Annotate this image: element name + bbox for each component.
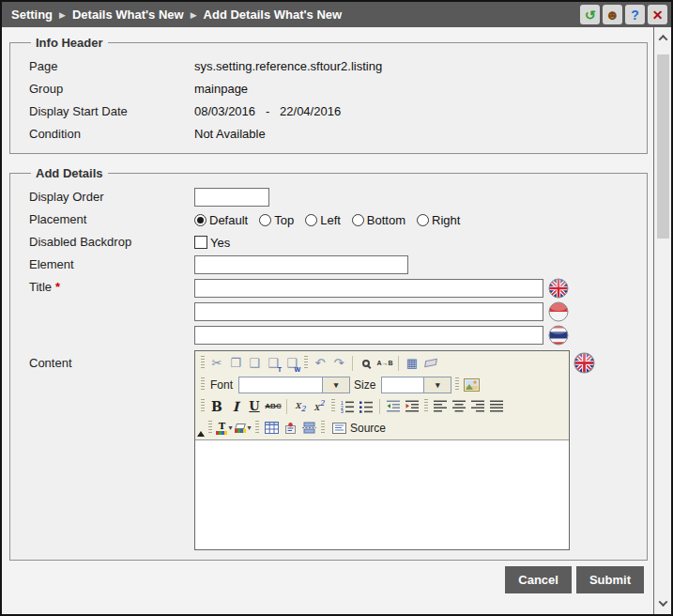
- italic-icon[interactable]: I: [227, 398, 244, 415]
- scroll-down-button[interactable]: [656, 596, 670, 610]
- title-input-thai[interactable]: [194, 326, 543, 345]
- paste-from-word-icon[interactable]: ❑W: [283, 355, 300, 372]
- breadcrumb-setting[interactable]: Setting: [11, 8, 53, 22]
- paste-icon[interactable]: ❑: [246, 355, 263, 372]
- info-header-fieldset: Info Header Page sys.setting.reference.s…: [9, 36, 648, 154]
- remove-format-icon[interactable]: [422, 355, 439, 372]
- align-left-icon[interactable]: [432, 398, 449, 415]
- uk-flag-icon[interactable]: [574, 352, 595, 374]
- vertical-scrollbar[interactable]: [653, 27, 671, 614]
- radio-icon: [352, 214, 364, 226]
- page-label: Page: [23, 57, 194, 76]
- cancel-button[interactable]: Cancel: [505, 566, 572, 593]
- source-label: Source: [350, 422, 386, 435]
- help-icon: ?: [631, 8, 639, 22]
- element-input[interactable]: [194, 255, 408, 274]
- size-dropdown[interactable]: ▾: [381, 377, 451, 393]
- insert-special-icon[interactable]: [282, 420, 298, 437]
- element-label: Element: [23, 255, 194, 274]
- chevron-down-icon[interactable]: ▾: [423, 377, 451, 393]
- background-color-icon[interactable]: ▾: [235, 420, 252, 437]
- info-row-condition: Condition Not Available: [23, 125, 639, 144]
- scrollbar-thumb[interactable]: [657, 54, 669, 239]
- placement-bottom-label: Bottom: [367, 213, 405, 227]
- toolbar-grip-icon: [201, 377, 205, 392]
- title-input-indonesian[interactable]: [194, 302, 543, 321]
- dialog-footer: Cancel Submit: [9, 561, 648, 604]
- placement-radio-right[interactable]: Right: [417, 213, 460, 227]
- underline-icon[interactable]: U: [246, 398, 263, 415]
- display-start-date-value: 08/03/2016 - 22/04/2016: [194, 102, 341, 121]
- disabled-backdrop-checkbox[interactable]: Yes: [194, 236, 230, 250]
- strikethrough-icon[interactable]: ABC: [265, 398, 282, 415]
- toolbar-row-2: Font ▾ Size ▾: [197, 374, 567, 395]
- refresh-button[interactable]: ↺: [580, 5, 600, 24]
- thailand-flag-icon[interactable]: [548, 325, 569, 346]
- insert-table-icon[interactable]: [263, 420, 280, 437]
- placement-radio-top[interactable]: Top: [259, 213, 294, 227]
- placement-default-label: Default: [209, 213, 248, 227]
- find-icon[interactable]: [358, 355, 375, 372]
- align-center-icon[interactable]: [451, 398, 467, 415]
- select-all-icon[interactable]: ▦: [404, 355, 421, 372]
- svg-text:3: 3: [341, 408, 344, 413]
- editor-body[interactable]: [195, 440, 569, 549]
- session-button[interactable]: ☻: [603, 5, 622, 24]
- bulleted-list-icon[interactable]: [358, 398, 375, 415]
- cut-icon[interactable]: ✂: [208, 355, 225, 372]
- superscript-icon[interactable]: x2: [311, 398, 328, 415]
- title-row-indonesian: [194, 301, 569, 322]
- font-dropdown-value: [239, 377, 322, 393]
- text-color-icon[interactable]: T▾: [216, 420, 233, 437]
- align-justify-icon[interactable]: [488, 398, 505, 415]
- decrease-indent-icon[interactable]: [385, 398, 402, 415]
- display-order-label: Display Order: [23, 188, 194, 207]
- breadcrumb-separator-icon: ▶: [191, 9, 197, 20]
- chevron-up-icon: [658, 35, 667, 44]
- insert-image-icon[interactable]: [463, 377, 480, 393]
- scrollbar-track[interactable]: [656, 45, 670, 596]
- indonesia-flag-icon[interactable]: [548, 301, 569, 322]
- display-order-input[interactable]: [194, 188, 269, 207]
- source-button[interactable]: Source: [329, 420, 390, 437]
- copy-icon[interactable]: ❐: [227, 355, 244, 372]
- toolbar-separator: [398, 356, 399, 371]
- breadcrumb-details-whats-new[interactable]: Details What's New: [72, 8, 184, 22]
- toolbar-row-4: T▾ ▾: [197, 417, 567, 439]
- increase-indent-icon[interactable]: [404, 398, 421, 415]
- submit-button[interactable]: Submit: [576, 566, 644, 593]
- uk-flag-icon[interactable]: [548, 278, 569, 299]
- align-right-icon[interactable]: [469, 398, 486, 415]
- title-row-english: [194, 278, 569, 299]
- placement-radio-left[interactable]: Left: [305, 213, 341, 227]
- paste-plain-text-icon[interactable]: ❑T: [265, 355, 282, 372]
- close-button[interactable]: ✕: [648, 5, 667, 24]
- subscript-icon[interactable]: x2: [292, 398, 309, 415]
- info-row-display-start-date: Display Start Date 08/03/2016 - 22/04/20…: [23, 102, 639, 121]
- toolbar-grip-icon: [321, 421, 325, 435]
- redo-icon[interactable]: ↷: [330, 355, 347, 372]
- placement-radio-bottom[interactable]: Bottom: [352, 213, 405, 227]
- toolbar-grip-icon: [331, 399, 335, 413]
- page-break-icon[interactable]: [300, 420, 317, 437]
- chevron-down-icon[interactable]: ▾: [322, 377, 349, 393]
- title-input-english[interactable]: [194, 279, 543, 298]
- toolbar-collapse-icon[interactable]: [197, 431, 205, 437]
- numbered-list-icon[interactable]: 1 2 3: [339, 398, 356, 415]
- display-start-date-label: Display Start Date: [23, 102, 194, 121]
- title-label-text: Title: [29, 280, 52, 294]
- chevron-down-icon: [658, 597, 667, 607]
- disabled-backdrop-yes-label: Yes: [210, 236, 230, 250]
- help-button[interactable]: ?: [625, 5, 645, 24]
- refresh-icon: ↺: [585, 8, 596, 22]
- placement-left-label: Left: [320, 213, 341, 227]
- toolbar-grip-icon: [208, 421, 212, 435]
- undo-icon[interactable]: ↶: [312, 355, 329, 372]
- disabled-backdrop-label: Disabled Backdrop: [23, 233, 194, 252]
- font-dropdown[interactable]: ▾: [238, 377, 350, 393]
- placement-radio-default[interactable]: Default: [194, 213, 248, 227]
- scroll-up-button[interactable]: [656, 31, 670, 45]
- bold-icon[interactable]: B: [208, 398, 225, 415]
- replace-icon[interactable]: A→B: [376, 355, 393, 372]
- breadcrumb: Setting ▶ Details What's New ▶ Add Detai…: [11, 8, 577, 22]
